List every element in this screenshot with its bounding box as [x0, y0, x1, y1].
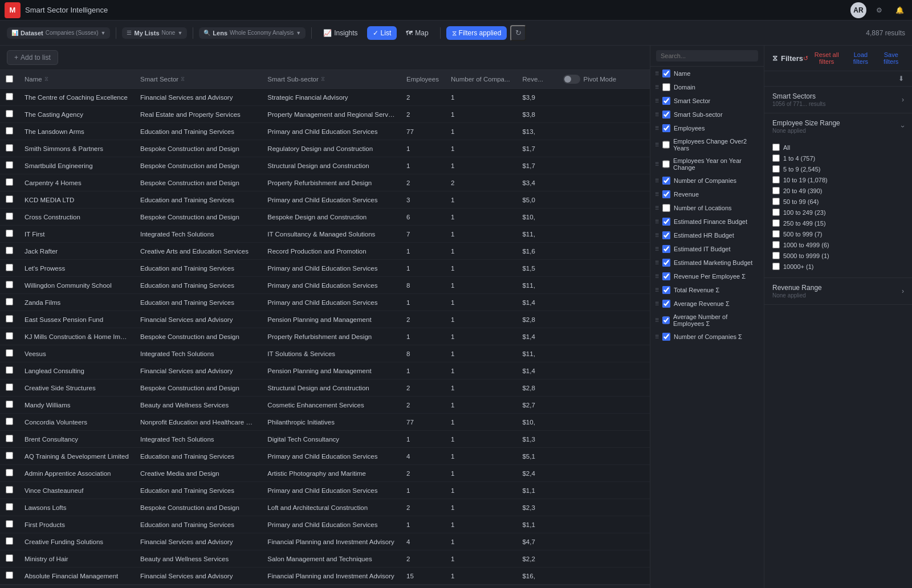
- insights-button[interactable]: 📈 Insights: [317, 26, 363, 40]
- column-item[interactable]: ⠿ Estimated Finance Budget: [650, 215, 764, 228]
- table-row[interactable]: Langlead Consulting Financial Services a…: [0, 362, 650, 379]
- column-checkbox[interactable]: [662, 177, 670, 185]
- row-checkbox[interactable]: [6, 418, 13, 425]
- row-checkbox-cell[interactable]: [0, 431, 19, 448]
- filters-button[interactable]: ⧖ Filters applied: [446, 26, 507, 40]
- column-checkbox[interactable]: [662, 160, 670, 168]
- notifications-icon[interactable]: 🔔: [891, 2, 907, 18]
- row-checkbox-cell[interactable]: [0, 174, 19, 191]
- table-row[interactable]: Carpentry 4 Homes Bespoke Construction a…: [0, 174, 650, 191]
- employee-size-checkbox[interactable]: [772, 144, 780, 151]
- col-pivot[interactable]: Pivot Mode: [557, 70, 650, 89]
- row-checkbox-cell[interactable]: [0, 499, 19, 516]
- column-checkbox[interactable]: [662, 231, 670, 239]
- name-filter-icon[interactable]: ⧖: [44, 76, 48, 83]
- row-checkbox[interactable]: [6, 469, 13, 476]
- column-item[interactable]: ⠿ Smart Sub-sector: [650, 108, 764, 121]
- table-row[interactable]: Smartbuild Engineering Bespoke Construct…: [0, 157, 650, 174]
- table-row[interactable]: The Casting Agency Real Estate and Prope…: [0, 106, 650, 123]
- column-item[interactable]: ⠿ Revenue: [650, 187, 764, 201]
- table-row[interactable]: East Sussex Pension Fund Financial Servi…: [0, 311, 650, 328]
- row-checkbox[interactable]: [6, 93, 13, 100]
- row-checkbox-cell[interactable]: [0, 157, 19, 174]
- column-item[interactable]: ⠿ Employees Year on Year Change: [650, 154, 764, 174]
- col-employees[interactable]: Employees: [401, 70, 445, 89]
- row-checkbox[interactable]: [6, 503, 13, 511]
- settings-icon[interactable]: ⚙: [871, 2, 887, 18]
- refresh-button[interactable]: ↻: [510, 25, 526, 41]
- row-checkbox[interactable]: [6, 264, 13, 271]
- table-row[interactable]: Creative Side Structures Bespoke Constru…: [0, 379, 650, 397]
- column-checkbox[interactable]: [662, 333, 670, 341]
- row-checkbox-cell[interactable]: [0, 362, 19, 379]
- load-filters-button[interactable]: Load filters: [848, 51, 873, 65]
- employee-size-checkbox[interactable]: [772, 165, 780, 173]
- row-checkbox-cell[interactable]: [0, 106, 19, 123]
- employee-size-header[interactable]: Employee Size Range None applied ›: [764, 113, 912, 140]
- row-checkbox-cell[interactable]: [0, 550, 19, 567]
- row-checkbox[interactable]: [6, 247, 13, 254]
- row-checkbox[interactable]: [6, 213, 13, 220]
- column-checkbox[interactable]: [662, 218, 670, 226]
- row-checkbox-cell[interactable]: [0, 533, 19, 550]
- column-checkbox[interactable]: [662, 111, 670, 119]
- row-checkbox[interactable]: [6, 161, 13, 169]
- employee-size-option[interactable]: 10000+ (1): [772, 261, 904, 272]
- col-revenue[interactable]: Reve...: [516, 70, 557, 89]
- table-row[interactable]: AQ Training & Development Limited Educat…: [0, 448, 650, 465]
- column-checkbox[interactable]: [662, 141, 670, 149]
- row-checkbox[interactable]: [6, 315, 13, 322]
- table-row[interactable]: Smith Simmons & Partners Bespoke Constru…: [0, 140, 650, 157]
- employee-size-option[interactable]: 100 to 249 (23): [772, 207, 904, 218]
- row-checkbox[interactable]: [6, 110, 13, 117]
- employee-size-option[interactable]: 50 to 99 (64): [772, 196, 904, 207]
- employee-size-checkbox[interactable]: [772, 252, 780, 259]
- column-item[interactable]: ⠿ Name: [650, 67, 764, 80]
- save-filters-button[interactable]: Save filters: [878, 51, 904, 65]
- row-checkbox-cell[interactable]: [0, 89, 19, 106]
- employee-size-option[interactable]: 5 to 9 (2,545): [772, 164, 904, 174]
- col-name[interactable]: Name ⧖: [19, 70, 135, 89]
- select-all-header[interactable]: [0, 70, 19, 89]
- table-row[interactable]: Ministry of Hair Beauty and Wellness Ser…: [0, 550, 650, 567]
- row-checkbox-cell[interactable]: [0, 397, 19, 414]
- select-all-checkbox[interactable]: [6, 75, 13, 83]
- table-row[interactable]: Creative Funding Solutions Financial Ser…: [0, 533, 650, 550]
- row-checkbox[interactable]: [6, 144, 13, 152]
- column-item[interactable]: ⠿ Average Number of Employees Σ: [650, 311, 764, 330]
- col-smart-sub[interactable]: Smart Sub-sector ⧖: [262, 70, 401, 89]
- row-checkbox-cell[interactable]: [0, 140, 19, 157]
- row-checkbox-cell[interactable]: [0, 482, 19, 499]
- row-checkbox[interactable]: [6, 230, 13, 237]
- table-row[interactable]: Veesus Integrated Tech Solutions IT Solu…: [0, 345, 650, 362]
- row-checkbox-cell[interactable]: [0, 243, 19, 260]
- employee-size-option[interactable]: 1000 to 4999 (6): [772, 239, 904, 250]
- employee-size-checkbox[interactable]: [772, 219, 780, 227]
- employee-size-checkbox[interactable]: [772, 230, 780, 238]
- table-row[interactable]: First Products Education and Training Se…: [0, 516, 650, 533]
- row-checkbox-cell[interactable]: [0, 277, 19, 294]
- employee-size-option[interactable]: 20 to 49 (390): [772, 185, 904, 196]
- employee-size-option[interactable]: 500 to 999 (7): [772, 228, 904, 239]
- table-row[interactable]: Let's Prowess Education and Training Ser…: [0, 260, 650, 277]
- row-checkbox[interactable]: [6, 127, 13, 134]
- table-row[interactable]: Vince Chasteauneuf Education and Trainin…: [0, 482, 650, 499]
- row-checkbox[interactable]: [6, 195, 13, 203]
- pivot-toggle-switch[interactable]: [563, 75, 580, 84]
- mylists-selector[interactable]: ☰ My Lists None ▼: [122, 27, 187, 39]
- row-checkbox[interactable]: [6, 554, 13, 562]
- column-checkbox[interactable]: [662, 124, 670, 132]
- table-row[interactable]: IT First Integrated Tech Solutions IT Co…: [0, 226, 650, 243]
- column-checkbox[interactable]: [662, 286, 670, 294]
- row-checkbox[interactable]: [6, 452, 13, 459]
- row-checkbox-cell[interactable]: [0, 226, 19, 243]
- row-checkbox-cell[interactable]: [0, 294, 19, 311]
- row-checkbox-cell[interactable]: [0, 448, 19, 465]
- column-checkbox[interactable]: [662, 272, 670, 280]
- table-row[interactable]: Lawsons Lofts Bespoke Construction and D…: [0, 499, 650, 516]
- smart-sector-filter-icon[interactable]: ⧖: [181, 76, 185, 83]
- dataset-selector[interactable]: 📊 Dataset Companies (Sussex) ▼: [7, 27, 110, 39]
- table-wrapper[interactable]: Name ⧖ Smart Sector ⧖ Sm: [0, 70, 650, 588]
- table-row[interactable]: Mandy Williams Beauty and Wellness Servi…: [0, 397, 650, 414]
- table-row[interactable]: Jack Rafter Creative Arts and Education …: [0, 243, 650, 260]
